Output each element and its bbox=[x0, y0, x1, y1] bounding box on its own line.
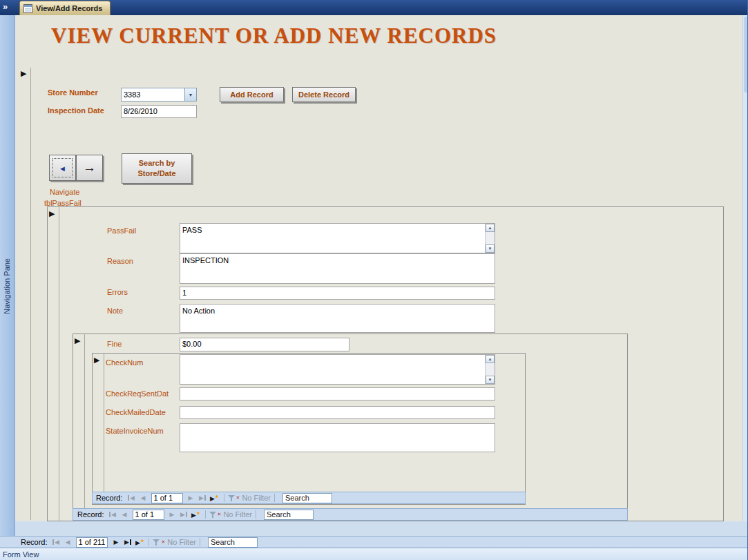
record-search-box[interactable]: Search bbox=[208, 537, 258, 548]
previous-record-button[interactable]: ◀ bbox=[119, 511, 131, 518]
first-record-button[interactable]: ◀ bbox=[107, 511, 119, 518]
divider bbox=[205, 510, 206, 519]
nav-pane-expand-chevron-icon[interactable]: » bbox=[3, 1, 8, 12]
record-selector-icon[interactable]: ▶ bbox=[21, 70, 26, 77]
checkreqsentdat-label: CheckReqSentDat bbox=[106, 389, 169, 398]
next-record-button[interactable]: ▶ bbox=[110, 539, 122, 545]
status-text: Form View bbox=[3, 550, 39, 559]
checkreqsentdat-field[interactable] bbox=[180, 387, 495, 400]
new-record-star-icon: * bbox=[215, 494, 218, 502]
stateinvoicenum-field[interactable] bbox=[180, 423, 495, 452]
status-bar: Form View bbox=[0, 548, 748, 560]
filter-x-icon: ✕ bbox=[236, 495, 240, 501]
new-record-star-icon: * bbox=[141, 539, 144, 546]
form-title: VIEW CURRENT OR ADD NEW RECORDS bbox=[51, 23, 497, 48]
checknum-label: CheckNum bbox=[106, 358, 143, 367]
last-record-button[interactable]: ▶ bbox=[197, 494, 209, 501]
scroll-up-icon[interactable]: ▲ bbox=[486, 224, 495, 232]
checknum-field[interactable]: ▲ ▼ bbox=[180, 354, 495, 385]
new-record-button[interactable]: ▶* bbox=[209, 494, 220, 502]
access-window: » View/Add Records Navigation Pane VIEW … bbox=[0, 0, 748, 560]
tab-label: View/Add Records bbox=[36, 4, 102, 12]
dropdown-arrow-icon: ▼ bbox=[189, 93, 193, 97]
record-selector-divider bbox=[30, 68, 31, 520]
passfail-field[interactable]: PASS ▲ ▼ bbox=[180, 223, 495, 253]
focus-rectangle bbox=[52, 158, 73, 177]
scroll-up-icon[interactable]: ▲ bbox=[486, 355, 495, 363]
record-position-box[interactable]: 1 of 1 bbox=[151, 493, 183, 503]
filter-funnel-icon bbox=[209, 511, 217, 519]
stateinvoicenum-label: StateInvoiceNum bbox=[106, 427, 164, 435]
previous-record-button[interactable]: ◀ bbox=[137, 494, 149, 501]
fine-selector-divider bbox=[84, 334, 85, 521]
divider bbox=[200, 538, 200, 546]
store-number-label: Store Number bbox=[48, 88, 98, 97]
new-record-button[interactable]: ▶* bbox=[133, 539, 145, 546]
combobox-dropdown-button[interactable]: ▼ bbox=[184, 88, 196, 101]
record-position-box[interactable]: 1 of 211 bbox=[76, 537, 108, 548]
tab-view-add-records[interactable]: View/Add Records bbox=[19, 1, 111, 15]
note-value: No Action bbox=[182, 307, 215, 315]
errors-label: Errors bbox=[107, 288, 128, 296]
store-number-value: 3383 bbox=[122, 90, 184, 99]
passfail-label: PassFail bbox=[107, 226, 136, 235]
fine-label: Fine bbox=[107, 340, 122, 348]
record-search-box[interactable]: Search bbox=[264, 510, 314, 520]
navigate-label: Navigate bbox=[50, 188, 79, 196]
first-record-button[interactable]: ◀ bbox=[50, 539, 62, 545]
filter-x-icon: ✕ bbox=[218, 512, 222, 517]
inspection-date-field[interactable]: 8/26/2010 bbox=[121, 105, 197, 118]
previous-record-button[interactable]: ◀ bbox=[62, 539, 74, 545]
divider bbox=[148, 538, 149, 546]
store-number-combobox[interactable]: 3383 ▼ bbox=[121, 88, 197, 102]
check-record-selector-icon[interactable]: ▶ bbox=[94, 356, 99, 364]
no-filter-button[interactable]: No Filter bbox=[242, 494, 271, 502]
fine-record-selector-icon[interactable]: ▶ bbox=[75, 337, 80, 345]
search-button-line1: Search by bbox=[139, 158, 175, 168]
check-record-navigation-bar: Record: ◀ ◀ 1 of 1 ▶ ▶ ▶* ✕ No Filter Se… bbox=[92, 492, 526, 504]
next-record-nav-button[interactable]: → bbox=[76, 155, 103, 181]
first-record-button[interactable]: ◀ bbox=[126, 494, 137, 501]
checkmaileddate-field[interactable] bbox=[180, 406, 495, 419]
delete-record-button[interactable]: Delete Record bbox=[292, 87, 356, 102]
scroll-down-icon[interactable]: ▼ bbox=[486, 376, 495, 384]
passfail-scrollbar[interactable]: ▲ ▼ bbox=[485, 224, 495, 253]
record-label: Record: bbox=[96, 494, 123, 502]
next-record-button[interactable]: ▶ bbox=[166, 511, 178, 518]
last-record-button[interactable]: ▶ bbox=[178, 511, 190, 518]
previous-record-nav-button[interactable]: ◄ bbox=[49, 155, 76, 181]
errors-field[interactable]: 1 bbox=[180, 287, 495, 300]
document-tab-bar: » View/Add Records bbox=[0, 0, 748, 15]
filter-funnel-icon bbox=[228, 494, 236, 502]
tblpassfail-selector-divider bbox=[59, 206, 59, 521]
search-by-store-date-button[interactable]: Search by Store/Date bbox=[122, 153, 192, 184]
form-icon bbox=[23, 4, 32, 13]
add-record-button[interactable]: Add Record bbox=[220, 87, 284, 102]
checknum-scrollbar[interactable]: ▲ ▼ bbox=[485, 355, 495, 384]
reason-label: Reason bbox=[107, 257, 133, 265]
search-button-line2: Store/Date bbox=[137, 168, 175, 179]
last-record-button[interactable]: ▶ bbox=[122, 539, 133, 545]
divider bbox=[274, 494, 275, 502]
scroll-down-icon[interactable]: ▼ bbox=[486, 244, 495, 253]
record-search-box[interactable]: Search bbox=[282, 493, 332, 503]
record-label: Record: bbox=[21, 538, 48, 546]
scrollbar-thumb[interactable] bbox=[744, 17, 748, 93]
main-record-navigation-bar: Record: ◀ ◀ 1 of 211 ▶ ▶ ▶* ✕ No Filter … bbox=[0, 536, 748, 548]
fine-field[interactable]: $0.00 bbox=[180, 338, 349, 351]
no-filter-button[interactable]: No Filter bbox=[223, 510, 252, 519]
reason-field[interactable]: INSPECTION bbox=[180, 253, 495, 284]
passfail-value: PASS bbox=[182, 226, 202, 234]
vertical-scrollbar[interactable] bbox=[742, 15, 748, 521]
next-record-button[interactable]: ▶ bbox=[185, 494, 197, 501]
navigation-pane-collapsed[interactable]: Navigation Pane bbox=[0, 15, 15, 537]
no-filter-button[interactable]: No Filter bbox=[167, 538, 196, 546]
record-position-box[interactable]: 1 of 1 bbox=[133, 510, 164, 520]
new-record-button[interactable]: ▶* bbox=[190, 511, 202, 519]
tblpassfail-record-selector-icon[interactable]: ▶ bbox=[49, 210, 55, 218]
inspection-date-label: Inspection Date bbox=[48, 106, 104, 115]
note-field[interactable]: No Action bbox=[180, 304, 495, 333]
checkmaileddate-label: CheckMailedDate bbox=[106, 408, 166, 416]
fine-record-navigation-bar: Record: ◀ ◀ 1 of 1 ▶ ▶ ▶* ✕ No Filter Se… bbox=[73, 508, 628, 521]
note-label: Note bbox=[107, 307, 123, 315]
